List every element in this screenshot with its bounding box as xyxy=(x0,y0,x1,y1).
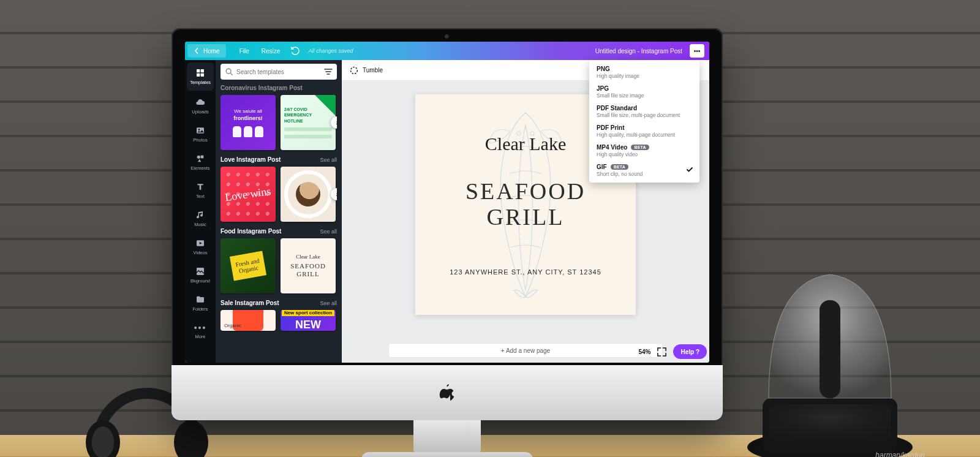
beta-badge: BETA xyxy=(611,164,628,170)
svg-rect-8 xyxy=(201,69,204,72)
add-page-button[interactable]: + Add a new page xyxy=(388,343,663,358)
filetype-option-pdf-standard[interactable]: PDF Standard Small file size, multi-page… xyxy=(589,102,699,121)
svg-rect-7 xyxy=(197,69,200,72)
rail-label: Bkground xyxy=(190,278,210,284)
rail-label: Templates xyxy=(190,80,211,85)
file-menu[interactable]: File xyxy=(239,48,249,55)
svg-rect-10 xyxy=(201,74,204,77)
more-dots-icon: ••• xyxy=(194,323,207,332)
group-title: Love Instagram Post xyxy=(221,156,281,163)
svg-rect-9 xyxy=(197,74,200,77)
speaker-prop xyxy=(735,257,925,457)
rail-label: Photos xyxy=(193,137,207,143)
imac-monitor: Home File Resize All changes saved Untit… xyxy=(172,28,723,420)
fullscreen-icon[interactable] xyxy=(657,347,667,357)
elements-icon xyxy=(195,154,205,164)
rail-label: Folders xyxy=(192,306,208,312)
download-filetype-menu: PNG High quality image JPG Small file si… xyxy=(589,60,699,183)
group-title: Sale Instagram Post xyxy=(221,300,279,306)
text-icon xyxy=(195,182,205,192)
beta-badge: BETA xyxy=(631,145,649,150)
group-title: Coronavirus Instagram Post xyxy=(221,85,337,91)
template-thumb[interactable]: Organic xyxy=(221,310,276,331)
document-title[interactable]: Untitled design - Instagram Post xyxy=(595,48,682,55)
filetype-option-gif[interactable]: GIF BETA Short clip, no sound xyxy=(589,161,699,180)
animation-label[interactable]: Tumble xyxy=(363,67,383,74)
svg-point-18 xyxy=(351,67,358,74)
rail-photos[interactable]: Photos xyxy=(187,121,214,147)
save-status: All changes saved xyxy=(308,48,353,54)
resize-menu[interactable]: Resize xyxy=(262,48,281,55)
side-rail: Templates Uploads Photos Elements xyxy=(185,60,216,363)
rail-label: Text xyxy=(196,194,205,199)
template-thumb[interactable]: New sport collection NEW xyxy=(281,310,336,331)
svg-point-2 xyxy=(92,426,114,457)
undo-button[interactable] xyxy=(290,45,301,56)
address-text[interactable]: 123 ANYWHERE ST., ANY CITY, ST 12345 xyxy=(450,268,601,276)
rail-bkground[interactable]: Bkground xyxy=(187,262,214,288)
folders-icon xyxy=(195,295,205,304)
animation-icon[interactable] xyxy=(349,66,359,75)
rail-text[interactable]: Text xyxy=(187,178,214,203)
more-menu-button[interactable]: ••• xyxy=(690,44,704,58)
rail-uploads[interactable]: Uploads xyxy=(187,93,214,119)
headline-text[interactable]: SEAFOOD GRILL xyxy=(466,179,586,230)
svg-point-1 xyxy=(174,420,208,457)
undo-icon xyxy=(291,47,300,55)
see-all-link[interactable]: See all xyxy=(320,228,337,235)
rail-label: More xyxy=(195,334,205,339)
uploads-icon xyxy=(195,97,205,107)
svg-rect-5 xyxy=(769,404,891,441)
filetype-option-png[interactable]: PNG High quality image xyxy=(589,62,699,82)
background-icon xyxy=(195,266,205,276)
search-templates-input[interactable] xyxy=(221,64,337,80)
template-thumb[interactable] xyxy=(281,167,336,222)
search-icon xyxy=(225,67,233,76)
chevron-left-icon xyxy=(194,48,200,54)
svg-rect-6 xyxy=(820,300,840,398)
canvas-area: Tumble xyxy=(342,60,709,363)
rail-more[interactable]: ••• More xyxy=(187,319,214,344)
rail-label: Elements xyxy=(190,165,209,171)
svg-point-13 xyxy=(197,156,200,159)
rail-music[interactable]: Music xyxy=(187,206,214,232)
filetype-option-jpg[interactable]: JPG Small file size image xyxy=(589,82,699,102)
zoom-level[interactable]: 54% xyxy=(638,349,650,355)
filetype-option-mp4[interactable]: MP4 Video BETA High quality video xyxy=(589,141,699,161)
home-button[interactable]: Home xyxy=(187,44,226,58)
filetype-option-pdf-print[interactable]: PDF Print High quality, multi-page docum… xyxy=(589,121,699,141)
template-thumb[interactable]: 24/7 COVID EMERGENCY HOTLINE xyxy=(281,95,336,150)
photos-icon xyxy=(195,126,205,135)
see-all-link[interactable]: See all xyxy=(320,157,337,163)
template-thumb[interactable]: Fresh and Organic xyxy=(221,238,276,293)
svg-rect-14 xyxy=(201,156,204,159)
music-icon xyxy=(195,210,205,220)
template-thumb[interactable]: We salute all frontliners! xyxy=(221,95,276,150)
rail-label: Videos xyxy=(194,250,208,255)
template-thumb[interactable]: Love wins xyxy=(221,167,276,222)
template-thumb[interactable]: Clear Lake SEAFOOD GRILL xyxy=(281,238,336,293)
see-all-link[interactable]: See all xyxy=(320,300,337,306)
help-button[interactable]: Help ? xyxy=(673,344,707,359)
videos-icon xyxy=(195,238,205,248)
home-label: Home xyxy=(203,48,220,55)
speaker-brand-label: harman/kardon xyxy=(875,451,925,457)
templates-panel: Coronavirus Instagram Post We salute all… xyxy=(216,60,342,363)
check-icon xyxy=(686,166,693,173)
rail-videos[interactable]: Videos xyxy=(187,234,214,260)
apple-logo-icon xyxy=(439,383,456,402)
group-title: Food Instagram Post xyxy=(221,228,281,235)
brand-script-text[interactable]: Clear Lake xyxy=(485,134,566,154)
rail-label: Music xyxy=(194,222,206,227)
rail-label: Uploads xyxy=(192,109,209,115)
rail-elements[interactable]: Elements xyxy=(187,149,214,175)
templates-icon xyxy=(195,68,205,78)
rail-templates[interactable]: Templates xyxy=(187,62,214,91)
svg-point-12 xyxy=(198,129,200,130)
top-bar: Home File Resize All changes saved Untit… xyxy=(185,42,709,60)
rail-folders[interactable]: Folders xyxy=(187,290,214,316)
filter-icon[interactable] xyxy=(323,67,333,77)
svg-point-17 xyxy=(226,69,231,74)
